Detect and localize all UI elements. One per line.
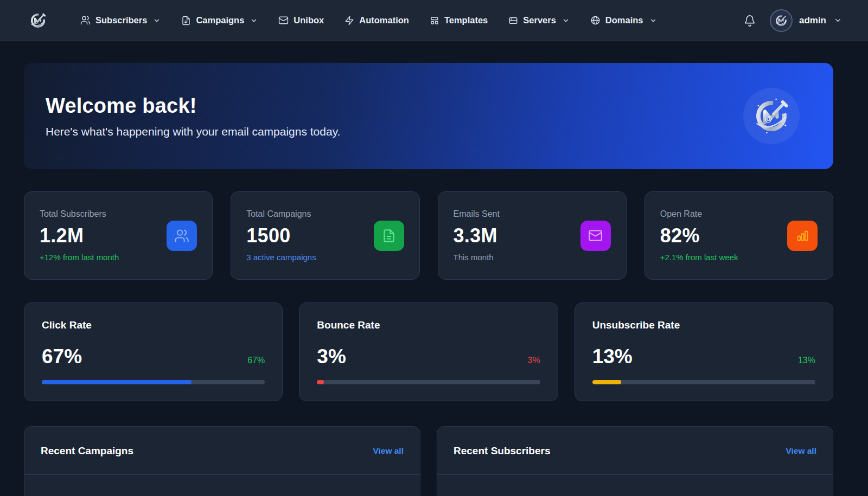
progress-fill	[42, 380, 192, 384]
bottom-panels-row: Recent Campaigns View all Recent Subscri…	[24, 426, 833, 496]
panel-body	[437, 475, 833, 496]
rate-cards-row: Click Rate 67% 67% Bounce Rate 3% 3% Uns…	[24, 302, 833, 401]
progress-track	[592, 380, 815, 384]
panel-title: Recent Campaigns	[41, 445, 133, 457]
rate-percent-label: 67%	[247, 356, 265, 365]
nav-label: Domains	[605, 15, 643, 25]
nav-menu: Subscribers Campaigns Unibox Automation …	[80, 15, 744, 25]
document-icon	[382, 229, 396, 243]
panel-body	[24, 475, 420, 496]
app-logo-icon: @	[27, 10, 49, 31]
progress-track	[42, 380, 265, 384]
users-icon	[80, 15, 91, 25]
nav-item-campaigns[interactable]: Campaigns	[181, 15, 258, 25]
stat-label: Emails Sent	[454, 209, 500, 219]
avatar-logo-icon	[773, 12, 789, 29]
nav-label: Campaigns	[196, 15, 244, 25]
stat-subtext: +2.1% from last week	[660, 253, 738, 262]
nav-item-unibox[interactable]: Unibox	[278, 15, 324, 25]
top-nav: @ Subscribers Campaigns Unibox Automatio…	[0, 0, 868, 41]
chevron-down-icon	[562, 17, 570, 24]
welcome-title: Welcome back!	[46, 94, 833, 118]
rate-value: 3%	[317, 345, 346, 368]
stat-label: Total Campaigns	[246, 209, 316, 219]
user-name: admin	[799, 15, 826, 26]
nav-right-cluster: admin	[744, 9, 842, 32]
view-all-subscribers-link[interactable]: View all	[786, 446, 816, 456]
chevron-down-icon	[153, 17, 161, 24]
nav-item-domains[interactable]: Domains	[590, 15, 657, 25]
stat-value: 82%	[660, 224, 738, 247]
stat-icon-tile	[787, 221, 818, 251]
stat-cards-row: Total Subscribers 1.2M +12% from last mo…	[24, 191, 833, 280]
rate-card-click-rate: Click Rate 67% 67%	[24, 302, 283, 401]
nav-item-subscribers[interactable]: Subscribers	[80, 15, 161, 25]
svg-text:@: @	[765, 115, 772, 123]
stat-card-total-campaigns: Total Campaigns 1500 3 active campaigns	[231, 191, 419, 280]
document-icon	[181, 16, 191, 25]
avatar	[770, 9, 793, 32]
nav-item-templates[interactable]: Templates	[430, 15, 488, 25]
stat-label: Total Subscribers	[40, 209, 119, 219]
welcome-banner: Welcome back! Here's what's happening wi…	[24, 63, 833, 169]
progress-fill	[592, 380, 621, 384]
user-menu[interactable]: admin	[770, 9, 842, 32]
welcome-subtitle: Here's what's happening with your email …	[46, 125, 833, 138]
stat-subtext: This month	[454, 253, 500, 262]
dashboard-main: Welcome back! Here's what's happening wi…	[0, 41, 868, 496]
globe-icon	[590, 15, 601, 25]
users-icon	[174, 228, 189, 243]
bell-icon	[744, 15, 756, 27]
rate-title: Bounce Rate	[317, 319, 540, 331]
stat-icon-tile	[167, 221, 197, 251]
nav-label: Automation	[359, 15, 409, 25]
hero-logo-badge: @	[743, 88, 800, 144]
nav-label: Unibox	[293, 15, 324, 25]
rate-card-unsubscribe-rate: Unsubscribe Rate 13% 13%	[575, 302, 833, 401]
chevron-down-icon	[250, 17, 258, 24]
stat-card-emails-sent: Emails Sent 3.3M This month	[438, 191, 627, 280]
hero-logo-icon: @	[748, 93, 795, 139]
rate-percent-label: 3%	[528, 356, 540, 365]
stat-value: 3.3M	[454, 224, 500, 247]
nav-label: Servers	[523, 15, 556, 25]
rate-percent-label: 13%	[798, 356, 815, 365]
stat-icon-tile	[580, 221, 611, 251]
rate-value: 13%	[592, 345, 633, 368]
stat-icon-tile	[374, 221, 404, 251]
nav-item-servers[interactable]: Servers	[508, 15, 570, 25]
stat-value: 1500	[246, 224, 316, 247]
zap-icon	[344, 16, 354, 25]
nav-label: Templates	[444, 15, 488, 25]
brand-logo[interactable]: @	[26, 9, 50, 33]
nav-item-automation[interactable]: Automation	[344, 15, 409, 25]
stat-label: Open Rate	[660, 209, 738, 219]
bar-chart-icon	[795, 228, 810, 243]
stat-subtext: 3 active campaigns	[246, 253, 316, 262]
rate-title: Click Rate	[42, 319, 265, 331]
stat-card-open-rate: Open Rate 82% +2.1% from last week	[644, 191, 833, 280]
recent-subscribers-panel: Recent Subscribers View all	[437, 426, 833, 496]
stat-card-total-subscribers: Total Subscribers 1.2M +12% from last mo…	[24, 191, 213, 280]
envelope-icon	[588, 228, 603, 243]
notifications-button[interactable]	[744, 15, 756, 27]
server-icon	[508, 16, 518, 25]
rate-value: 67%	[42, 345, 82, 368]
layout-icon	[430, 16, 439, 25]
progress-track	[317, 380, 540, 384]
svg-text:@: @	[35, 20, 38, 23]
stat-subtext: +12% from last month	[40, 253, 119, 262]
stat-value: 1.2M	[40, 224, 119, 247]
nav-label: Subscribers	[95, 15, 147, 25]
recent-campaigns-panel: Recent Campaigns View all	[24, 426, 420, 496]
chevron-down-icon	[834, 16, 842, 24]
mail-icon	[278, 15, 289, 25]
panel-title: Recent Subscribers	[454, 445, 550, 457]
rate-card-bounce-rate: Bounce Rate 3% 3%	[299, 302, 558, 401]
chevron-down-icon	[649, 17, 657, 24]
progress-fill	[317, 380, 323, 384]
view-all-campaigns-link[interactable]: View all	[373, 446, 404, 456]
rate-title: Unsubscribe Rate	[592, 319, 815, 331]
